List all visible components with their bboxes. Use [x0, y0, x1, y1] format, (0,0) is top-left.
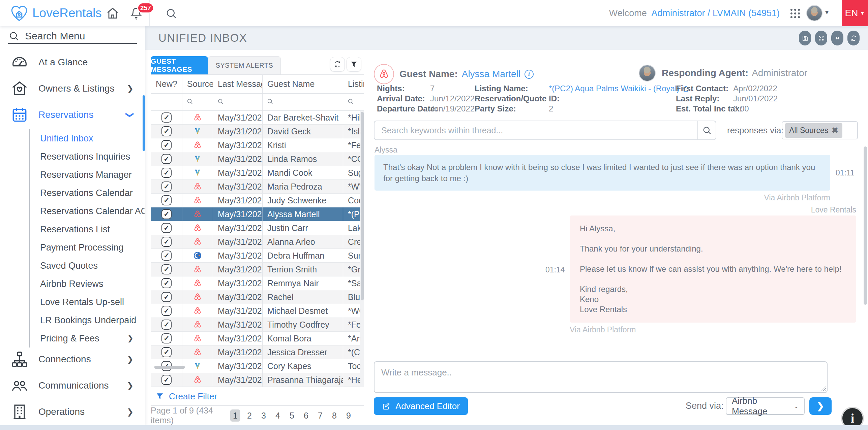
search-icon[interactable]	[697, 121, 716, 140]
refresh-icon[interactable]	[330, 57, 345, 72]
table-row[interactable]: ✓May/31/2022Komal Bora*Ang	[151, 332, 364, 345]
remove-chip-icon[interactable]: ✖	[832, 126, 838, 135]
row-checkbox[interactable]: ✓	[161, 292, 172, 302]
sidebar-item-owners-listings[interactable]: Owners & Listings ❯	[0, 77, 145, 100]
sidebar-subitem-reservations-calendar-aoa[interactable]: Reservations Calendar AOA	[40, 202, 145, 220]
row-checkbox[interactable]: ✓	[161, 223, 172, 233]
sidebar-subitem-reservations-calendar[interactable]: Reservations Calendar	[40, 184, 145, 202]
page-button-6[interactable]: 6	[301, 409, 311, 422]
table-row[interactable]: ✓May/31/2022Dar Bareket-Shavit*Hills	[151, 111, 364, 125]
table-row[interactable]: ✓May/31/2022Maria Pedroza*WV	[151, 180, 364, 194]
column-filter-guest-name[interactable]	[263, 94, 343, 110]
table-row[interactable]: ✓May/31/2022Mandi CookSuga	[151, 166, 364, 180]
apps-grid-icon[interactable]	[789, 7, 802, 20]
responses-via-filter[interactable]: All Sources ✖	[782, 121, 858, 139]
loverentals-logo-icon[interactable]	[9, 3, 29, 23]
language-button[interactable]: EN▼	[842, 0, 868, 26]
filter-icon[interactable]	[347, 57, 361, 72]
page-button-5[interactable]: 5	[287, 409, 297, 422]
tab-guest-messages[interactable]: GUEST MESSAGES	[151, 56, 208, 74]
user-avatar[interactable]	[806, 5, 822, 21]
page-button-7[interactable]: 7	[315, 409, 325, 422]
thread-scrollbar-thumb[interactable]	[864, 146, 867, 305]
row-checkbox[interactable]: ✓	[161, 140, 172, 150]
message-input[interactable]	[374, 361, 828, 393]
table-row[interactable]: ✓May/31/2022Prasanna Thiagarajan*Hea	[151, 373, 364, 387]
table-row[interactable]: ✓May/31/2022Debra HuffmanSung	[151, 249, 364, 263]
sidebar-subitem-reservations-list[interactable]: Reservations List	[40, 220, 145, 238]
save-icon[interactable]	[799, 31, 811, 45]
row-checkbox[interactable]: ✓	[161, 333, 172, 343]
table-row[interactable]: ✓May/31/2022Justin CarrLake	[151, 221, 364, 235]
row-checkbox[interactable]: ✓	[161, 251, 172, 261]
page-button-9[interactable]: 9	[343, 409, 354, 422]
row-checkbox[interactable]: ✓	[161, 375, 172, 385]
table-vertical-scrollbar[interactable]	[360, 111, 364, 387]
table-row[interactable]: ✓May/31/2022Terrion Smith*Gran	[151, 263, 364, 276]
guest-name-value[interactable]: Alyssa Martell	[462, 69, 520, 79]
page-button-8[interactable]: 8	[329, 409, 339, 422]
sidebar-subitem-reservations-inquiries[interactable]: Reservations Inquiries	[40, 147, 145, 166]
row-checkbox[interactable]: ✓	[161, 237, 172, 247]
create-filter-button[interactable]: Create Filter	[151, 387, 364, 406]
advanced-editor-button[interactable]: Advanced Editor	[374, 397, 468, 415]
page-button-4[interactable]: 4	[273, 409, 283, 422]
sidebar-subitem-payment-processing[interactable]: Payment Processing	[40, 238, 145, 257]
row-checkbox[interactable]: ✓	[161, 195, 172, 205]
table-row[interactable]: ✓May/31/2022Linda Ramos*COH	[151, 152, 364, 166]
listing-name-link[interactable]: *(PC2) Aqua Palms Waikiki - (Royal)	[549, 84, 690, 93]
sidebar-item-connections[interactable]: Connections ❯	[0, 348, 145, 371]
table-row[interactable]: ✓May/31/2022Judy SchwenkeCool	[151, 194, 364, 207]
column-filter-last-message[interactable]	[213, 94, 263, 110]
row-checkbox[interactable]: ✓	[161, 154, 172, 164]
thread-search-input[interactable]	[374, 121, 697, 140]
table-row[interactable]: ✓May/31/2022Alyssa Martell*(PC2	[151, 207, 364, 221]
row-checkbox[interactable]: ✓	[161, 168, 172, 178]
column-header-source[interactable]: Source	[182, 75, 213, 93]
sidebar-subitem-lr-bookings-underpaid[interactable]: LR Bookings Underpaid	[40, 311, 145, 329]
sidebar-subitem-saved-quotes[interactable]: Saved Quotes	[40, 257, 145, 275]
sidebar-subitem-love-rentals-up-sell[interactable]: Love Rentals Up-sell	[40, 293, 145, 311]
sidebar-subitem-unified-inbox[interactable]: Unified Inbox	[40, 129, 145, 147]
sidebar-item-at-a-glance[interactable]: At a Glance	[0, 51, 145, 74]
global-search-icon[interactable]	[165, 7, 178, 20]
current-user-link[interactable]: Administrator / LVMAIN (54951)	[651, 8, 780, 18]
swap-horizontal-icon[interactable]	[831, 31, 843, 45]
column-header-guest-name[interactable]: Guest Name	[263, 75, 343, 93]
row-checkbox[interactable]: ✓	[161, 209, 172, 219]
table-row[interactable]: ✓May/31/2022Jessica Dresser*(CL1	[151, 345, 364, 359]
sidebar-subitem-airbnb-reviews[interactable]: Airbnb Reviews	[40, 275, 145, 293]
row-checkbox[interactable]: ✓	[161, 278, 172, 288]
sidebar-item-operations[interactable]: Operations ❯	[0, 400, 145, 424]
table-row[interactable]: ✓May/31/2022Alanna ArleoCree	[151, 235, 364, 249]
table-row[interactable]: ✓May/31/2022RachelBlue	[151, 290, 364, 304]
row-checkbox[interactable]: ✓	[161, 126, 172, 136]
page-horizontal-scrollbar[interactable]	[0, 425, 868, 430]
table-row[interactable]: ✓May/31/2022David Geck*Islan	[151, 125, 364, 138]
table-row[interactable]: ✓May/31/2022Timothy Godfrey*Fern	[151, 318, 364, 332]
table-row[interactable]: ✓May/31/2022Michael Desmet*WC	[151, 304, 364, 318]
sidebar-subitem-reservations-manager[interactable]: Reservations Manager	[40, 166, 145, 184]
table-row[interactable]: ✓May/31/2022Kristi*Fern	[151, 138, 364, 152]
expand-icon[interactable]	[815, 31, 827, 45]
refresh-icon[interactable]	[847, 31, 860, 45]
column-header-last-message[interactable]: Last Message	[213, 75, 263, 93]
page-button-3[interactable]: 3	[259, 409, 269, 422]
table-horizontal-scrollbar[interactable]	[154, 366, 185, 369]
sidebar-item-communications[interactable]: Communications ❯	[0, 374, 145, 397]
column-filter-source[interactable]	[182, 94, 213, 110]
send-via-select[interactable]: Airbnb Message ⌄	[726, 397, 805, 415]
page-button-2[interactable]: 2	[244, 409, 255, 422]
column-header-new[interactable]: New?	[151, 75, 182, 93]
row-checkbox[interactable]: ✓	[161, 320, 172, 330]
send-button[interactable]: ❯	[809, 397, 832, 415]
sidebar-search-input[interactable]	[25, 30, 145, 42]
column-filter-listing[interactable]	[343, 94, 364, 110]
brand-name[interactable]: LoveRentals	[32, 0, 102, 26]
row-checkbox[interactable]: ✓	[161, 181, 172, 192]
page-button-1[interactable]: 1	[230, 409, 240, 422]
tab-system-alerts[interactable]: SYSTEM ALERTS	[208, 56, 281, 74]
sidebar-item-reservations[interactable]: Reservations ❯	[0, 103, 145, 127]
sidebar-subitem-pricing-fees[interactable]: Pricing & Fees❯	[40, 329, 145, 348]
user-menu-chevron-down-icon[interactable]: ▾	[825, 8, 829, 16]
